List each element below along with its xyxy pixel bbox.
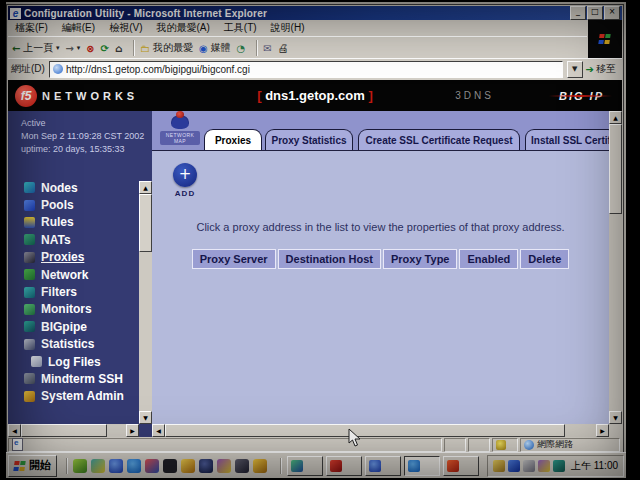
scroll-up-icon[interactable]: ▲ <box>139 181 152 194</box>
menu-edit[interactable]: 編輯(E) <box>55 20 102 36</box>
statistics-icon <box>24 339 35 350</box>
title-bar[interactable]: e Configuration Utility - Microsoft Inte… <box>8 6 622 20</box>
task-button[interactable] <box>287 456 323 476</box>
menu-bar: 檔案(F) 編輯(E) 檢視(V) 我的最愛(A) 工具(T) 說明(H) <box>8 20 587 36</box>
sidebar-item-bigpipe[interactable]: BIGpipe <box>24 318 124 335</box>
mail-button[interactable]: ✉ <box>263 43 271 54</box>
tab-proxy-statistics[interactable]: Proxy Statistics <box>265 129 353 150</box>
sidebar-item-nodes[interactable]: Nodes <box>24 179 124 196</box>
menu-tools[interactable]: 工具(T) <box>217 20 264 36</box>
stop-button[interactable]: ⊗ <box>86 43 94 54</box>
column-proxy-type[interactable]: Proxy Type <box>383 249 458 269</box>
scroll-down-icon[interactable]: ▼ <box>139 411 152 424</box>
home-button[interactable]: ⌂ <box>115 43 122 54</box>
tray-icon[interactable] <box>538 460 550 472</box>
sidebar-item-nats[interactable]: NATs <box>24 231 124 248</box>
scroll-right-icon[interactable]: ▶ <box>596 424 609 437</box>
task-button[interactable] <box>365 456 401 476</box>
hostname-display: [ dns1.getop.com ] <box>8 88 622 103</box>
menu-file[interactable]: 檔案(F) <box>8 20 55 36</box>
scrollbar-thumb[interactable] <box>165 424 565 437</box>
sidebar-item-proxies[interactable]: Proxies <box>24 249 124 266</box>
refresh-button[interactable]: ⟳ <box>101 43 109 54</box>
scrollbar-thumb[interactable] <box>21 424 107 437</box>
filters-icon <box>24 287 35 298</box>
back-button[interactable]: ← 上一頁 ▾ <box>12 41 59 55</box>
forward-arrow-icon: → <box>65 43 73 54</box>
sidebar-item-rules[interactable]: Rules <box>24 214 124 231</box>
tray-icon[interactable] <box>508 460 520 472</box>
quick-launch-icon[interactable] <box>253 459 267 473</box>
main-horizontal-scrollbar[interactable]: ◀ ▶ <box>152 424 609 437</box>
scroll-left-icon[interactable]: ◀ <box>8 424 21 437</box>
tray-icon[interactable] <box>553 460 565 472</box>
column-destination-host[interactable]: Destination Host <box>278 249 381 269</box>
column-enabled[interactable]: Enabled <box>459 249 518 269</box>
network-map-button[interactable]: NETWORK MAP <box>160 115 200 145</box>
quick-launch-icon[interactable] <box>181 459 195 473</box>
print-button[interactable]: 🖨 <box>278 42 289 55</box>
sidebar-item-mindterm-ssh[interactable]: Mindterm SSH <box>24 370 124 387</box>
quick-launch-icon[interactable] <box>109 459 123 473</box>
column-delete[interactable]: Delete <box>520 249 569 269</box>
main-vertical-scrollbar[interactable]: ▲ ▼ <box>609 111 622 424</box>
menu-view[interactable]: 檢視(V) <box>102 20 149 36</box>
sidebar-vertical-scrollbar[interactable]: ▲ ▼ <box>139 181 152 424</box>
scrollbar-thumb[interactable] <box>139 194 152 252</box>
media-button[interactable]: ◉ 媒體 <box>199 41 231 55</box>
lock-icon <box>496 440 506 450</box>
scrollbar-thumb[interactable] <box>609 124 622 214</box>
taskbar-clock[interactable]: 上午 11:00 <box>571 459 618 473</box>
windows-flag-icon <box>13 461 26 471</box>
sidebar-item-statistics[interactable]: Statistics <box>24 336 124 353</box>
sidebar-item-system-admin[interactable]: System Admin <box>24 388 124 405</box>
sidebar-item-monitors[interactable]: Monitors <box>24 301 124 318</box>
proxies-icon <box>24 252 35 263</box>
app-icon <box>369 460 381 472</box>
quick-launch-icon[interactable] <box>145 459 159 473</box>
quick-launch-icon[interactable] <box>235 459 249 473</box>
quick-launch-icon[interactable] <box>91 459 105 473</box>
task-button[interactable] <box>443 456 479 476</box>
sidebar-item-filters[interactable]: Filters <box>24 283 124 300</box>
forward-button[interactable]: → ▾ <box>65 43 80 54</box>
start-button[interactable]: 開始 <box>8 455 57 477</box>
desktop: e Configuration Utility - Microsoft Inte… <box>6 2 626 478</box>
close-button[interactable]: × <box>604 6 620 20</box>
taskbar-separator <box>280 458 282 474</box>
minimize-button[interactable]: _ <box>570 6 586 20</box>
tab-create-ssl-certificate-request[interactable]: Create SSL Certificate Request <box>358 129 520 150</box>
history-button[interactable]: ◔ <box>236 43 245 54</box>
go-button[interactable]: ➔ 移至 <box>583 62 619 76</box>
sidebar-item-pools[interactable]: Pools <box>24 196 124 213</box>
quick-launch-icon[interactable] <box>199 459 213 473</box>
column-proxy-server[interactable]: Proxy Server <box>192 249 276 269</box>
network-map-label: NETWORK MAP <box>160 131 200 145</box>
menu-help[interactable]: 說明(H) <box>264 20 312 36</box>
add-proxy-button[interactable]: + ADD <box>168 163 202 198</box>
quick-launch-icon[interactable] <box>217 459 231 473</box>
quick-launch-icon[interactable] <box>163 459 177 473</box>
scroll-right-icon[interactable]: ▶ <box>126 424 139 437</box>
taskbar: 開始 上午 1 <box>6 452 626 478</box>
tab-proxies[interactable]: Proxies <box>204 129 262 150</box>
favorites-button[interactable]: 🗀 我的最愛 <box>140 41 193 55</box>
maximize-button[interactable]: □ <box>587 6 603 20</box>
menu-favorites[interactable]: 我的最愛(A) <box>149 20 216 36</box>
tray-icon[interactable] <box>523 460 535 472</box>
volume-icon[interactable] <box>493 460 505 472</box>
task-button[interactable] <box>326 456 362 476</box>
sidebar-item-network[interactable]: Network <box>24 266 124 283</box>
scroll-left-icon[interactable]: ◀ <box>152 424 165 437</box>
url-dropdown-arrow[interactable]: ▼ <box>567 61 583 78</box>
tab-install-ssl-certificate[interactable]: Install SSL Certif <box>525 129 617 150</box>
sidebar-horizontal-scrollbar[interactable]: ◀ ▶ <box>8 424 139 437</box>
sidebar-item-log-files[interactable]: Log Files <box>24 353 124 370</box>
url-field[interactable]: http://dns1.getop.com/bigipgui/bigconf.c… <box>49 61 563 78</box>
scroll-up-icon[interactable]: ▲ <box>609 111 622 124</box>
quick-launch-icon[interactable] <box>73 459 87 473</box>
app-icon <box>447 460 459 472</box>
scroll-down-icon[interactable]: ▼ <box>609 411 622 424</box>
task-button-active[interactable] <box>404 456 440 476</box>
quick-launch-icon[interactable] <box>127 459 141 473</box>
